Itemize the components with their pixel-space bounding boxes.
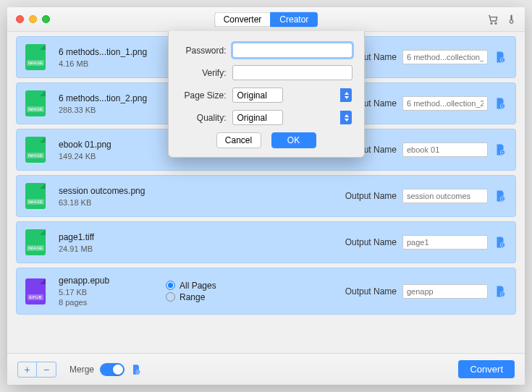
quality-select[interactable]: Original bbox=[232, 110, 283, 125]
ok-button[interactable]: OK bbox=[271, 132, 316, 148]
settings-sheet: Password: Verify: Page Size: Original Qu… bbox=[168, 31, 365, 158]
cancel-button[interactable]: Cancel bbox=[216, 132, 261, 148]
pagesize-select[interactable]: Original bbox=[232, 88, 283, 103]
pagesize-label: Page Size: bbox=[180, 90, 232, 101]
password-input[interactable] bbox=[232, 43, 352, 58]
verify-input[interactable] bbox=[232, 65, 352, 80]
verify-label: Verify: bbox=[180, 68, 232, 78]
app-window: Converter Creator IMAGE6 methods...tion_… bbox=[7, 7, 525, 385]
quality-label: Quality: bbox=[180, 113, 232, 123]
password-label: Password: bbox=[180, 46, 232, 56]
